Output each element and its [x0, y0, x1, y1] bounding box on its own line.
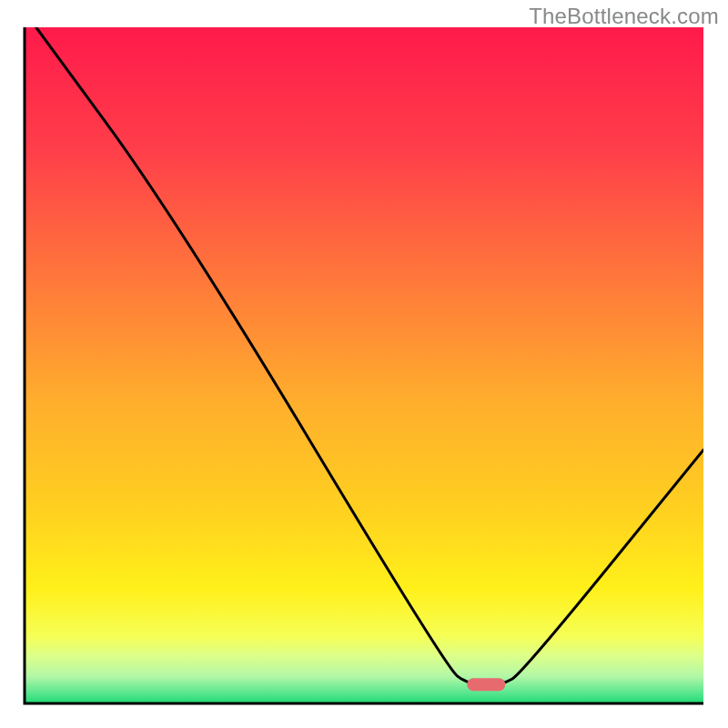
- plot-background: [25, 27, 703, 703]
- chart-container: TheBottleneck.com: [0, 0, 728, 728]
- bottleneck-chart: [0, 0, 728, 728]
- watermark-text: TheBottleneck.com: [529, 4, 719, 29]
- target-marker: [467, 678, 505, 691]
